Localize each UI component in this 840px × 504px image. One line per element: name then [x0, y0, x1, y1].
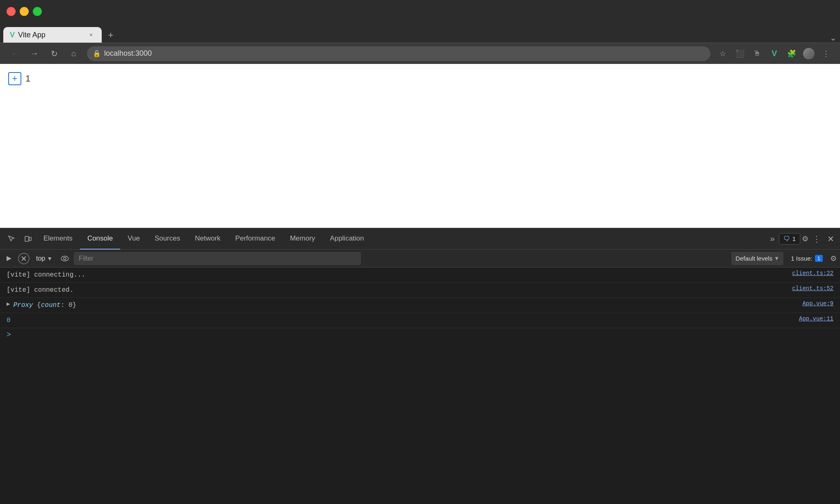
vue-extension-icon[interactable]: V: [769, 48, 780, 59]
browser-chrome: V Vite App × + ⌄ ← → ↻ ⌂ 🔒 localhost:300…: [0, 0, 840, 64]
tab-vue-label: Vue: [128, 234, 140, 243]
menu-icon[interactable]: ⋮: [820, 48, 832, 59]
console-toolbar: top ▼ Default levels ▼ 1 Issue: 1 ⚙: [0, 250, 840, 268]
prompt-arrow-icon: >: [7, 331, 11, 339]
console-prompt-line[interactable]: >: [0, 328, 840, 341]
traffic-light-yellow[interactable]: [20, 7, 29, 16]
tab-network-label: Network: [195, 234, 220, 243]
browser-tab-vite[interactable]: V Vite App ×: [3, 27, 102, 43]
counter-value: 1: [25, 73, 30, 84]
console-source-connecting[interactable]: client.ts:22: [784, 270, 833, 277]
devtools-tabs-right: » 🗨 1 ⚙ ⋮ ✕: [768, 233, 837, 245]
lock-icon: 🔒: [93, 50, 101, 57]
context-selector[interactable]: top ▼: [33, 253, 56, 264]
back-button[interactable]: ←: [8, 47, 21, 60]
default-levels-dropdown[interactable]: Default levels ▼: [731, 252, 783, 265]
console-clear-button[interactable]: [18, 253, 30, 264]
tab-elements-label: Elements: [43, 234, 73, 243]
home-button[interactable]: ⌂: [67, 47, 80, 60]
console-output: [vite] connecting... client.ts:22 [vite]…: [0, 268, 840, 504]
default-levels-label: Default levels: [735, 255, 772, 262]
plus-icon: +: [12, 73, 18, 84]
console-line-zero: 0 App.vue:11: [0, 313, 840, 328]
console-msg-connected: [vite] connected.: [7, 285, 784, 295]
console-source-connected[interactable]: client.ts:52: [784, 285, 833, 292]
issues-count-badge[interactable]: 1 Issue: 1: [787, 255, 827, 262]
svg-rect-0: [25, 236, 29, 241]
tab-close-button[interactable]: ×: [87, 31, 95, 39]
tab-performance-label: Performance: [235, 234, 275, 243]
tab-network[interactable]: Network: [187, 228, 228, 250]
counter-widget: + 1: [8, 72, 30, 85]
svg-point-6: [64, 257, 66, 260]
console-settings-icon[interactable]: ⚙: [830, 254, 837, 263]
console-line-proxy: ▶ Proxy {count: 0} App.vue:9: [0, 298, 840, 313]
devtools-tab-bar: Elements Console Vue Sources Network Per…: [0, 228, 840, 250]
forward-button[interactable]: →: [28, 47, 41, 60]
console-line-connecting: [vite] connecting... client.ts:22: [0, 268, 840, 283]
console-msg-proxy: Proxy {count: 0}: [13, 300, 794, 310]
issues-count-label: 1 Issue:: [791, 255, 813, 262]
traffic-light-red[interactable]: [7, 7, 16, 16]
default-levels-dropdown-icon: ▼: [774, 255, 779, 261]
devtools-more-icon[interactable]: ⋮: [810, 234, 823, 244]
tab-performance[interactable]: Performance: [228, 228, 283, 250]
tab-favicon-icon: V: [10, 31, 15, 39]
svg-marker-2: [7, 256, 11, 261]
console-msg-connecting: [vite] connecting...: [7, 270, 784, 280]
device-toolbar-icon[interactable]: [20, 231, 36, 247]
console-filter-input[interactable]: [74, 252, 361, 265]
svg-rect-1: [29, 237, 31, 241]
svg-point-5: [61, 256, 68, 261]
devtools-close-icon[interactable]: ✕: [825, 234, 837, 244]
address-bar: ← → ↻ ⌂ 🔒 localhost:3000 ☆ ⬛ 🖱 V 🧩 ⋮: [0, 43, 840, 64]
bookmark-icon[interactable]: ☆: [717, 48, 728, 59]
tab-bar: V Vite App × + ⌄: [0, 23, 840, 43]
devtools-settings-icon[interactable]: ⚙: [802, 234, 808, 243]
issues-count-number: 1: [815, 255, 823, 262]
console-execute-button[interactable]: [3, 253, 15, 264]
extension-icon-2[interactable]: 🖱: [751, 48, 763, 59]
extension-icon-1[interactable]: ⬛: [734, 48, 746, 59]
webpage-content: + 1: [0, 64, 840, 228]
title-bar: [0, 0, 840, 23]
extensions-icon[interactable]: 🧩: [786, 48, 797, 59]
tab-dropdown-icon[interactable]: ⌄: [830, 33, 837, 43]
tab-console-label: Console: [87, 234, 113, 243]
console-source-proxy[interactable]: App.vue:9: [794, 300, 833, 307]
issues-badge-button[interactable]: 🗨 1: [779, 233, 800, 245]
devtools-panel: Elements Console Vue Sources Network Per…: [0, 228, 840, 504]
address-bar-right: ☆ ⬛ 🖱 V 🧩 ⋮: [717, 48, 832, 59]
tab-console[interactable]: Console: [80, 228, 120, 250]
tab-sources-label: Sources: [155, 234, 180, 243]
traffic-lights: [7, 7, 42, 16]
tab-title: Vite App: [18, 31, 84, 39]
inspect-element-icon[interactable]: [3, 231, 20, 247]
console-msg-zero: 0: [7, 316, 791, 325]
tab-application[interactable]: Application: [322, 228, 371, 250]
tab-elements[interactable]: Elements: [36, 228, 80, 250]
show-live-expressions-button[interactable]: [59, 253, 71, 264]
tab-sources[interactable]: Sources: [147, 228, 187, 250]
profile-avatar[interactable]: [803, 48, 815, 59]
console-source-zero[interactable]: App.vue:11: [791, 316, 833, 322]
tab-vue[interactable]: Vue: [120, 228, 147, 250]
counter-increment-button[interactable]: +: [8, 72, 21, 85]
traffic-light-green[interactable]: [33, 7, 42, 16]
refresh-button[interactable]: ↻: [48, 47, 61, 60]
tab-memory[interactable]: Memory: [283, 228, 322, 250]
tab-memory-label: Memory: [290, 234, 315, 243]
address-text: localhost:3000: [104, 49, 705, 58]
issues-badge-count: 1: [792, 235, 796, 242]
tab-application-label: Application: [330, 234, 364, 243]
address-input-wrap[interactable]: 🔒 localhost:3000: [87, 46, 710, 61]
context-label: top: [36, 255, 45, 262]
context-dropdown-icon: ▼: [47, 255, 52, 262]
console-line-connected: [vite] connected. client.ts:52: [0, 283, 840, 298]
console-expander-proxy[interactable]: ▶: [7, 300, 10, 307]
more-tabs-icon[interactable]: »: [768, 234, 777, 243]
new-tab-button[interactable]: +: [103, 28, 118, 43]
issues-badge-icon: 🗨: [783, 235, 790, 243]
